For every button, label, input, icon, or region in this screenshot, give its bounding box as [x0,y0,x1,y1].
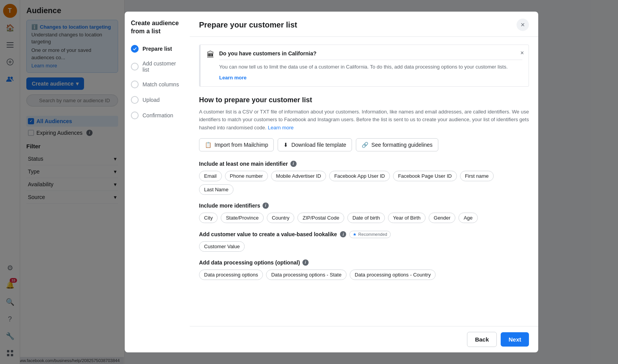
import-mailchimp-button[interactable]: 📋 Import from Mailchimp [199,138,274,151]
customer-value-info-icon[interactable]: i [340,231,346,237]
section-desc: A customer list is a CSV or TXT file of … [199,108,529,132]
tag-gender[interactable]: Gender [429,213,455,223]
dialog-footer: Back Next [190,326,538,352]
data-processing-tags: Data processing options Data processing … [199,270,529,280]
more-identifiers-info-icon[interactable]: i [263,203,269,209]
california-question: Do you have customers in California? [219,50,522,57]
more-identifiers-section: Include more identifiers i City State/Pr… [199,203,529,223]
next-button[interactable]: Next [501,332,529,347]
more-identifiers-label: Include more identifiers i [199,203,529,209]
tag-facebook-app-user-id[interactable]: Facebook App User ID [329,171,390,181]
tag-country[interactable]: Country [267,213,295,223]
tag-state-province[interactable]: State/Province [221,213,264,223]
step-match-columns: Match columns [131,81,184,88]
close-button[interactable]: × [517,19,529,31]
tag-last-name[interactable]: Last Name [199,184,233,195]
step-5-circle [131,112,139,119]
tag-customer-value[interactable]: Customer Value [199,241,245,252]
formatting-guidelines-button[interactable]: 🔗 See formatting guidelines [356,138,438,151]
step-upload: Upload [131,96,184,104]
california-banner: 🏛 Do you have customers in California? Y… [199,45,529,87]
main-identifiers-tags: Email Phone number Mobile Advertiser ID … [199,171,529,195]
tag-data-processing-state[interactable]: Data processing options - State [266,270,346,280]
step-4-label: Upload [142,97,160,103]
link-icon: 🔗 [362,142,368,148]
customer-value-section: Add customer value to create a value-bas… [199,231,529,252]
download-template-button[interactable]: ⬇ Download file template [278,138,352,151]
tag-zip-postal[interactable]: ZIP/Postal Code [297,213,344,223]
california-learn-more-link[interactable]: Learn more [219,75,247,81]
dialog-body: 🏛 Do you have customers in California? Y… [190,37,538,326]
california-text: You can now tell us to limit the data us… [219,63,522,71]
action-buttons: 📋 Import from Mailchimp ⬇ Download file … [199,138,529,151]
data-processing-info-icon[interactable]: i [302,259,309,266]
tag-city[interactable]: City [199,213,218,223]
step-1-circle [131,45,139,53]
tag-mobile-advertiser-id[interactable]: Mobile Advertiser ID [271,171,326,181]
close-icon: × [521,21,525,29]
learn-more-inline-link[interactable]: Learn more [268,125,294,130]
banner-close-button[interactable]: × [520,50,524,57]
step-3-circle [131,81,139,88]
banner-content: Do you have customers in California? You… [219,50,522,81]
tag-year-of-birth[interactable]: Year of Birth [388,213,426,223]
dialog-title: Prepare your customer list [199,21,297,29]
step-add-customer: Add customer list [131,60,184,73]
wizard-title: Create audience from a list [131,19,184,36]
section-title: How to prepare your customer list [199,96,529,104]
step-4-circle [131,96,139,104]
customer-value-tags: Customer Value [199,241,529,252]
main-dialog: Prepare your customer list × 🏛 Do you ha… [190,12,538,352]
back-button[interactable]: Back [467,332,497,347]
main-identifiers-info-icon[interactable]: i [290,161,297,167]
customer-value-label-row: Add customer value to create a value-bas… [199,231,529,238]
recommended-badge: ★ Recommended [349,231,391,238]
tag-facebook-page-user-id[interactable]: Facebook Page User ID [393,171,457,181]
step-prepare-list: Prepare list [131,45,184,53]
step-5-label: Confirmation [142,112,173,118]
tag-date-of-birth[interactable]: Date of birth [347,213,385,223]
main-identifiers-section: Include at least one main identifier i E… [199,161,529,195]
download-icon: ⬇ [283,142,288,148]
tag-data-processing-options[interactable]: Data processing options [199,270,263,280]
tag-first-name[interactable]: First name [460,171,494,181]
bank-icon: 🏛 [207,50,215,81]
mailchimp-icon: 📋 [205,142,211,148]
tag-age[interactable]: Age [458,213,477,223]
step-3-label: Match columns [142,81,179,88]
tag-email[interactable]: Email [199,171,222,181]
step-1-label: Prepare list [142,46,172,52]
step-2-label: Add customer list [142,60,184,73]
step-2-circle [131,63,139,70]
data-processing-label: Add data processing options (optional) i [199,259,529,266]
tag-data-processing-country[interactable]: Data processing options - Country [350,270,436,280]
data-processing-section: Add data processing options (optional) i… [199,259,529,280]
step-confirmation: Confirmation [131,112,184,119]
wizard-panel: Create audience from a list Prepare list… [125,12,191,352]
star-icon: ★ [353,232,357,237]
dialog-header: Prepare your customer list × [190,12,538,37]
tag-phone-number[interactable]: Phone number [225,171,268,181]
main-identifiers-label: Include at least one main identifier i [199,161,529,167]
more-identifiers-tags: City State/Province Country ZIP/Postal C… [199,213,529,223]
